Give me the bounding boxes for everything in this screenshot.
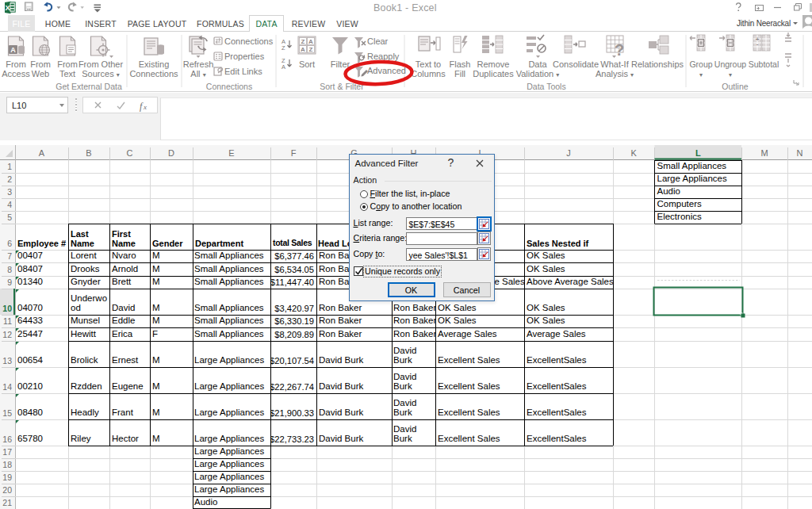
- svg-text:B: B: [86, 148, 91, 158]
- svg-text:x: x: [143, 103, 147, 111]
- svg-text:18: 18: [2, 460, 12, 469]
- svg-text:A: A: [301, 46, 305, 53]
- svg-text:6: 6: [7, 239, 12, 248]
- svg-text:19: 19: [2, 473, 12, 482]
- svg-text:Z: Z: [282, 44, 285, 52]
- svg-text:?: ?: [615, 41, 624, 59]
- svg-text:C: C: [127, 148, 133, 158]
- svg-text:1: 1: [7, 162, 12, 171]
- svg-text:E: E: [228, 148, 234, 158]
- svg-text:14: 14: [2, 382, 12, 392]
- svg-text:13: 13: [2, 356, 12, 365]
- svg-text:9: 9: [7, 277, 12, 287]
- svg-text:8: 8: [7, 265, 12, 274]
- svg-text:A: A: [10, 46, 16, 54]
- svg-text:A: A: [308, 38, 313, 45]
- svg-text:10: 10: [2, 304, 12, 313]
- svg-text:F: F: [291, 148, 297, 158]
- svg-text:L: L: [695, 148, 701, 158]
- svg-text:-: -: [756, 40, 759, 48]
- svg-text:11: 11: [3, 316, 12, 326]
- svg-text:M: M: [760, 148, 768, 158]
- svg-text:N: N: [797, 148, 803, 158]
- svg-text:15: 15: [2, 408, 12, 418]
- svg-text:J: J: [566, 148, 571, 158]
- svg-text:20: 20: [2, 485, 12, 495]
- svg-text:4: 4: [7, 200, 12, 209]
- svg-text:Z: Z: [301, 38, 305, 45]
- svg-text:16: 16: [2, 434, 12, 444]
- svg-text:X: X: [6, 3, 11, 12]
- svg-text:2: 2: [7, 174, 12, 184]
- svg-text:A: A: [39, 148, 45, 158]
- svg-text:12: 12: [2, 330, 12, 339]
- svg-text:17: 17: [2, 447, 12, 457]
- svg-text:3: 3: [7, 187, 12, 197]
- svg-text:5: 5: [7, 212, 12, 222]
- svg-text:7: 7: [7, 251, 12, 261]
- svg-text:K: K: [631, 148, 638, 158]
- svg-text:D: D: [168, 148, 174, 158]
- svg-text:Z: Z: [309, 46, 313, 53]
- svg-text:21: 21: [2, 498, 12, 507]
